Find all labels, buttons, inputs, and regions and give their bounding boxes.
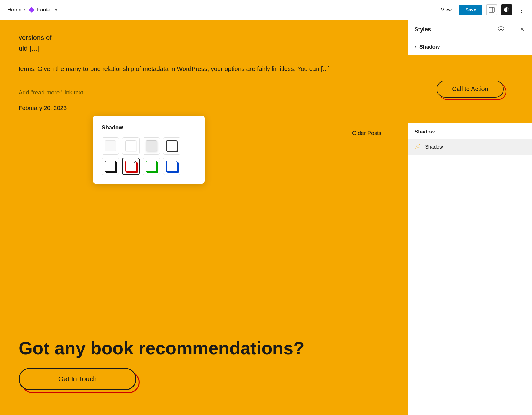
svg-point-5 [500,28,502,30]
preview-button: Call to Action [437,81,504,98]
panel-header: Styles ⋮ ✕ [408,20,532,39]
footer-diamond-icon [28,7,35,13]
checkmark-icon: ✓ [133,159,137,164]
shadow-option-dark-outline[interactable] [163,137,180,155]
shadow-item[interactable]: Shadow [408,139,532,155]
back-arrow-icon[interactable]: ‹ [415,44,416,50]
styles-title: Styles [415,26,431,33]
panel-preview: Call to Action [408,55,532,123]
main-layout: versions of uld [...] terms. Given the m… [0,0,532,415]
shadow-picker-title: Shadow [102,124,196,131]
shadow-option-dark-heavy[interactable] [102,158,119,175]
older-posts-arrow: → [384,130,389,137]
more-options-button[interactable]: ⋮ [516,5,527,15]
svg-marker-0 [29,7,34,13]
svg-point-6 [417,145,419,147]
older-posts-label: Older Posts [352,130,381,137]
preview-button-wrapper: Call to Action [437,81,504,98]
breadcrumb-separator: › [24,7,26,13]
body-text: terms. Given the many-to-one relationshi… [19,64,389,74]
shadow-picker-popup: Shadow [93,116,205,184]
shadow-option-red[interactable]: ✓ [122,158,140,175]
panel-toggle-button[interactable] [486,4,497,15]
panel-more-icon[interactable]: ⋮ [508,25,516,34]
breadcrumb: Home › Footer ▾ [7,7,57,13]
view-button[interactable]: View [437,5,455,15]
content-text-top: versions of uld [...] [19,32,389,54]
shadow-option-blue[interactable] [163,158,180,175]
svg-line-13 [419,144,420,145]
shadow-option-green[interactable] [143,158,160,175]
panel-section-header: Shadow ⋮ [408,123,532,139]
panel-shadow-nav-title: Shadow [419,44,440,50]
svg-rect-1 [489,7,494,12]
footer-heading: Got any book recommendations? [19,338,389,358]
text-line2: uld [...] [19,43,389,54]
top-bar-actions: View Save ⋮ [437,4,527,15]
svg-line-12 [419,148,420,148]
shadow-options: ✓ [102,137,196,175]
eye-icon[interactable] [496,25,506,34]
chevron-down-icon[interactable]: ▾ [55,7,57,12]
read-more-link[interactable]: Add "read more" link text [19,89,83,96]
shadow-option-medium[interactable] [143,137,160,155]
panel-icon [489,7,495,13]
panel-close-icon[interactable]: ✕ [519,25,526,34]
shadow-option-light[interactable] [122,137,140,155]
older-posts-link[interactable]: Older Posts → [352,130,389,137]
shadow-item-label: Shadow [425,144,443,150]
svg-point-4 [498,27,504,31]
theme-toggle-icon [503,7,510,13]
post-date: February 20, 2023 [19,105,389,111]
cta-button-wrapper: Get In Touch [19,368,136,390]
panel-section-more-icon[interactable]: ⋮ [520,129,526,135]
top-bar: Home › Footer ▾ View Save ⋮ [0,0,532,20]
panel-header-icons: ⋮ ✕ [496,25,526,34]
cta-button[interactable]: Get In Touch [19,368,136,390]
breadcrumb-footer[interactable]: Footer ▾ [28,7,57,13]
save-button[interactable]: Save [459,5,482,15]
panel-shadow-nav: ‹ Shadow [408,39,532,55]
shadow-option-none[interactable] [102,137,119,155]
shadow-sun-icon [415,143,421,151]
breadcrumb-home[interactable]: Home [7,7,21,13]
content-area: versions of uld [...] terms. Given the m… [0,20,408,415]
theme-toggle-button[interactable] [501,4,512,15]
right-panel: Styles ⋮ ✕ ‹ Shadow Call to Action [408,20,532,415]
footer-cta: Got any book recommendations? Get In Tou… [19,338,389,390]
panel-section-title: Shadow [415,129,435,135]
svg-line-11 [416,144,416,145]
text-line1: versions of [19,32,389,43]
svg-line-14 [416,148,416,148]
